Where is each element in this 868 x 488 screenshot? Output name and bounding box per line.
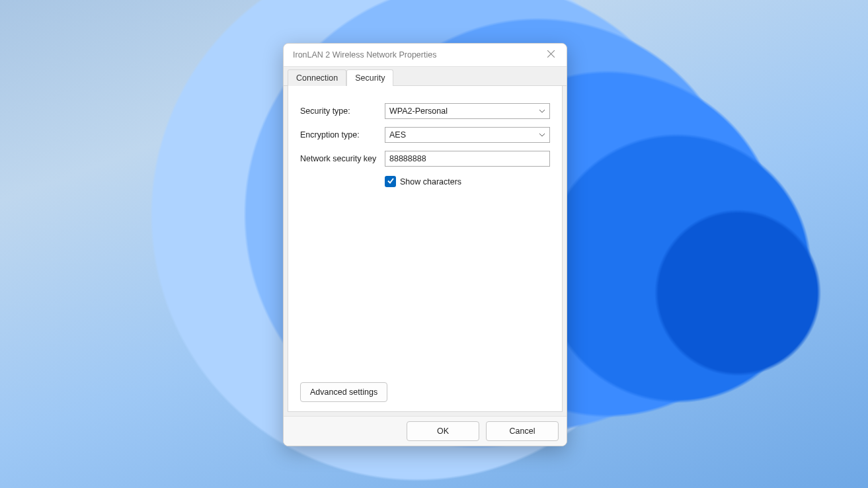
ok-label: OK — [437, 427, 449, 436]
ok-button[interactable]: OK — [407, 421, 479, 441]
advanced-settings-button[interactable]: Advanced settings — [300, 382, 387, 402]
tab-content-security: Security type: WPA2-Personal Encryption … — [288, 86, 563, 412]
check-icon — [387, 177, 395, 186]
tabstrip: Connection Security — [284, 66, 567, 86]
close-icon — [547, 50, 555, 60]
cancel-button[interactable]: Cancel — [486, 421, 559, 441]
tab-label: Security — [355, 73, 385, 83]
titlebar[interactable]: IronLAN 2 Wireless Network Properties — [284, 44, 567, 66]
security-type-value: WPA2-Personal — [389, 106, 448, 116]
row-network-key: Network security key 88888888 — [300, 151, 550, 167]
encryption-type-select[interactable]: AES — [385, 127, 550, 143]
chevron-down-icon — [539, 108, 545, 114]
network-key-value: 88888888 — [389, 154, 426, 163]
network-properties-dialog: IronLAN 2 Wireless Network Properties Co… — [283, 43, 567, 446]
advanced-settings-wrap: Advanced settings — [300, 382, 387, 402]
network-key-label: Network security key — [300, 154, 385, 163]
row-security-type: Security type: WPA2-Personal — [300, 103, 550, 119]
desktop-wallpaper: IronLAN 2 Wireless Network Properties Co… — [0, 0, 868, 488]
encryption-type-value: AES — [389, 130, 406, 140]
dialog-body: Connection Security Security type: WPA2-… — [284, 66, 567, 416]
cancel-label: Cancel — [510, 427, 535, 436]
security-type-label: Security type: — [300, 106, 385, 116]
dialog-footer: OK Cancel — [284, 416, 567, 446]
row-encryption-type: Encryption type: AES — [300, 127, 550, 143]
tab-connection[interactable]: Connection — [288, 69, 346, 86]
tab-label: Connection — [296, 73, 338, 83]
row-show-characters: Show characters — [385, 176, 550, 187]
advanced-settings-label: Advanced settings — [310, 387, 377, 397]
network-key-input[interactable]: 88888888 — [385, 151, 550, 167]
show-characters-checkbox[interactable] — [385, 176, 396, 187]
tab-security[interactable]: Security — [346, 69, 393, 86]
close-button[interactable] — [541, 46, 560, 64]
window-title: IronLAN 2 Wireless Network Properties — [293, 50, 541, 60]
show-characters-label: Show characters — [400, 177, 461, 186]
encryption-type-label: Encryption type: — [300, 130, 385, 140]
chevron-down-icon — [539, 132, 545, 138]
security-type-select[interactable]: WPA2-Personal — [385, 103, 550, 119]
